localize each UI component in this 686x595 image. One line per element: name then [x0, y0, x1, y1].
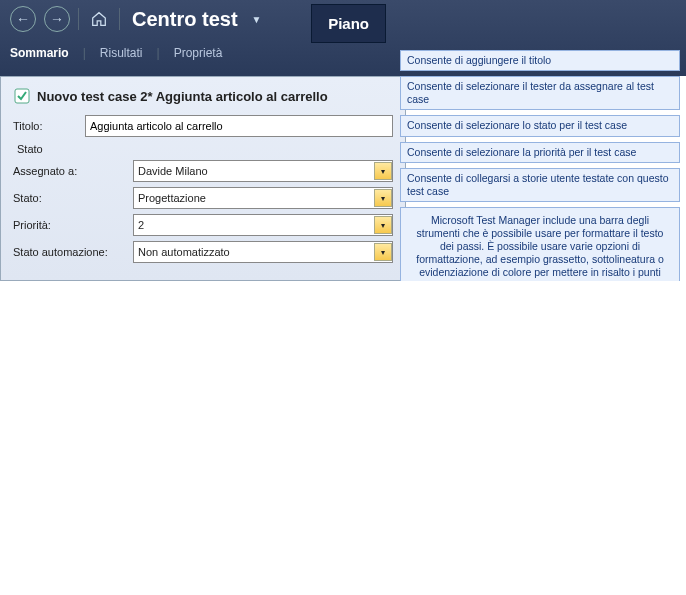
- chevron-down-icon[interactable]: ▼: [252, 14, 262, 25]
- title-label: Titolo:: [13, 120, 85, 132]
- callout: Consente di selezionare la priorità per …: [400, 142, 680, 163]
- title-input[interactable]: [85, 115, 393, 137]
- chevron-down-icon: ▾: [374, 189, 392, 207]
- chevron-down-icon: ▾: [374, 216, 392, 234]
- stato-group-label: Stato: [17, 143, 393, 155]
- automazione-combo[interactable]: Non automatizzato▾: [133, 241, 393, 263]
- forward-button[interactable]: →: [44, 6, 70, 32]
- callout: Consente di selezionare lo stato per il …: [400, 115, 680, 136]
- back-button[interactable]: ←: [10, 6, 36, 32]
- subnav-risultati[interactable]: Risultati: [100, 46, 143, 60]
- chevron-down-icon: ▾: [374, 162, 392, 180]
- callout: Consente di collegarsi a storie utente t…: [400, 168, 680, 202]
- form-heading: Nuovo test case 2* Aggiunta articolo al …: [37, 89, 328, 104]
- home-button[interactable]: [87, 7, 111, 31]
- home-icon: [90, 10, 108, 28]
- hub-title: Centro test: [132, 8, 238, 31]
- stato-combo[interactable]: Progettazione▾: [133, 187, 393, 209]
- test-case-icon: [13, 87, 31, 105]
- priorita-combo[interactable]: 2▾: [133, 214, 393, 236]
- right-callouts: Consente di aggiungere il titolo Consent…: [400, 50, 680, 281]
- automazione-label: Stato automazione:: [13, 246, 133, 258]
- subnav-proprieta[interactable]: Proprietà: [174, 46, 223, 60]
- callout: Consente di selezionare il tester da ass…: [400, 76, 680, 110]
- priorita-label: Priorità:: [13, 219, 133, 231]
- subnav-sommario[interactable]: Sommario: [10, 46, 69, 60]
- stato-label: Stato:: [13, 192, 133, 204]
- callout-toolbar-info: Microsoft Test Manager include una barra…: [400, 207, 680, 281]
- tab-piano[interactable]: Piano: [311, 4, 386, 43]
- test-case-form: Nuovo test case 2* Aggiunta articolo al …: [0, 76, 406, 281]
- assegnato-combo[interactable]: Davide Milano▾: [133, 160, 393, 182]
- assegnato-label: Assegnato a:: [13, 165, 133, 177]
- chevron-down-icon: ▾: [374, 243, 392, 261]
- callout: Consente di aggiungere il titolo: [400, 50, 680, 71]
